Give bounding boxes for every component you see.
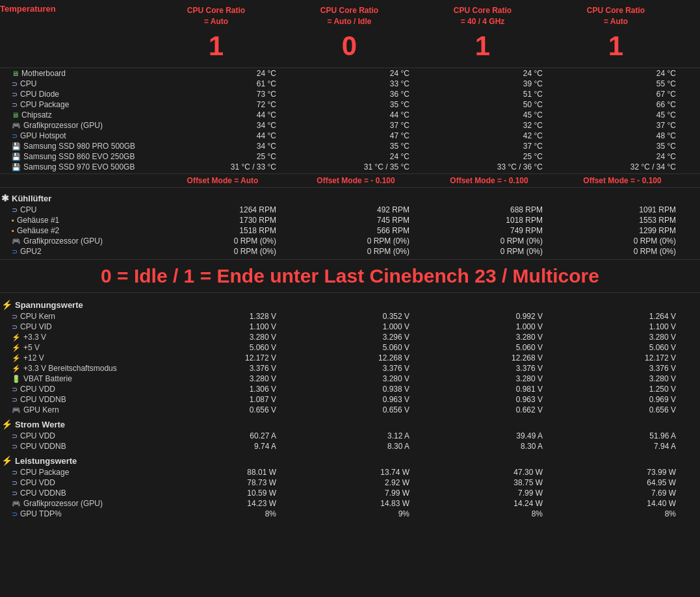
chipsatz-val4: 45 °C <box>556 110 689 120</box>
strom-cpuvddnb-val1: 9.74 A <box>156 442 289 451</box>
cpu-diode-icon: ⊃ <box>12 90 18 99</box>
ssd970-val3: 33 °C / 36 °C <box>422 162 556 171</box>
vbat-val3: 3.280 V <box>422 374 556 383</box>
ssd860-val1: 25 °C <box>156 152 289 161</box>
cpu-temp-val1: 61 °C <box>156 79 289 88</box>
cpu-vddnb-v-icon: ⊃ <box>12 396 18 404</box>
ssd860-val3: 25 °C <box>422 152 556 161</box>
strom-cpuvdd-icon: ⊃ <box>12 432 18 440</box>
gpu-tdp-val3: 8% <box>422 509 556 518</box>
ssd970-val2: 31 °C / 35 °C <box>289 162 422 171</box>
row-label-pwr-cpupkg: ⊃ CPU Package <box>0 468 156 477</box>
gpu-temp-val3: 32 °C <box>422 121 556 130</box>
offset-label-col <box>0 176 156 185</box>
pwr-cpuvdd-val3: 38.75 W <box>422 478 556 487</box>
cpu-vid-val4: 1.100 V <box>556 322 689 331</box>
gpu-hs-val2: 47 °C <box>289 131 422 140</box>
pwr-gpu-val3: 14.24 W <box>422 499 556 508</box>
pwr-cpupkg-val4: 73.99 W <box>556 468 689 477</box>
cpu-pkg-val3: 50 °C <box>422 100 556 109</box>
33v-val3: 3.280 V <box>422 333 556 342</box>
cpu-diode-val1: 73 °C <box>156 90 289 99</box>
fan-gh2-val4: 1299 RPM <box>556 226 689 235</box>
fan-gpu-val2: 0 RPM (0%) <box>289 236 422 246</box>
power-section: ⚡ Leistungswerte ⊃ CPU Package 88.01 W 1… <box>0 451 700 519</box>
gpu-kern-val2: 0.656 V <box>289 405 422 414</box>
12v-label: +12 V <box>23 353 44 362</box>
fan-gh1-val1: 1730 RPM <box>156 216 289 225</box>
12v-val3: 12.268 V <box>422 353 556 362</box>
cpu-vddnb-v-val3: 0.963 V <box>422 395 556 404</box>
chipsatz-icon: 🖥 <box>12 111 19 119</box>
row-label-cpu-package: ⊃ CPU Package <box>0 100 156 109</box>
chipsatz-val2: 44 °C <box>289 110 422 120</box>
pwr-gpu-icon: 🎮 <box>12 500 21 508</box>
row-label-fan-gpu: 🎮 Grafikprozessor (GPU) <box>0 236 156 246</box>
fan-gehaeuse1-icon: ▪ <box>12 216 14 224</box>
table-row: ⊃ GPU TDP% 8% 9% 8% 8% <box>0 509 700 519</box>
row-label-gpu-temp: 🎮 Grafikprozessor (GPU) <box>0 121 156 130</box>
table-row: ⊃ CPU VDD 60.27 A 3.12 A 39.49 A 51.96 A <box>0 431 700 441</box>
cpu-vid-val1: 1.100 V <box>156 322 289 331</box>
cpu-vdd-v-label: CPU VDD <box>20 385 55 394</box>
fan-cpu-val4: 1091 RPM <box>556 205 689 214</box>
col4-number: 1 <box>558 27 673 66</box>
fan-gpu2-val2: 0 RPM (0%) <box>289 247 422 256</box>
chipsatz-label: Chipsatz <box>21 110 52 120</box>
vbat-label: VBAT Batterie <box>23 374 72 383</box>
cpu-kern-val1: 1.328 V <box>156 312 289 321</box>
col-header-2: CPU Core Ratio= Auto / Idle 0 <box>289 4 422 66</box>
fan-cpu-icon: ⊃ <box>12 206 18 214</box>
gpu-temp-label: Grafikprozessor (GPU) <box>23 121 103 130</box>
table-row: ⊃ CPU 1264 RPM 492 RPM 688 RPM 1091 RPM <box>0 205 700 215</box>
mb-val4: 24 °C <box>556 69 689 78</box>
cpu-pkg-val1: 72 °C <box>156 100 289 109</box>
33vs-val4: 3.376 V <box>556 364 689 373</box>
5v-label: +5 V <box>23 343 40 352</box>
table-row: ⊃ CPU VDDNB 1.087 V 0.963 V 0.963 V 0.96… <box>0 394 700 405</box>
table-row: ⊃ GPU Hotspot 44 °C 47 °C 42 °C 48 °C <box>0 131 700 141</box>
table-row: 🖥 Chipsatz 44 °C 44 °C 45 °C 45 °C <box>0 110 700 120</box>
fan-cpu-val1: 1264 RPM <box>156 205 289 214</box>
ssd980-val3: 37 °C <box>422 142 556 151</box>
gpu-kern-val1: 0.656 V <box>156 405 289 414</box>
current-section-icon: ⚡ <box>1 419 12 429</box>
row-label-motherboard: 🖥 Motherboard <box>0 69 156 78</box>
row-label-cpu-vddnb: ⊃ CPU VDDNB <box>0 395 156 404</box>
col3-header-text: CPU Core Ratio= 40 / 4 GHz <box>454 6 512 26</box>
ssd970-icon: 💾 <box>12 163 21 171</box>
row-label-ssd860: 💾 Samsung SSD 860 EVO 250GB <box>0 152 156 161</box>
gpu-tdp-val4: 8% <box>556 509 689 518</box>
cpu-vid-val3: 1.000 V <box>422 322 556 331</box>
col2-header-text: CPU Core Ratio= Auto / Idle <box>320 6 378 26</box>
fan-section-icon: ✱ <box>1 193 9 203</box>
row-label-cpu-vid: ⊃ CPU VID <box>0 322 156 331</box>
voltage-section: ⚡ Spannungswerte ⊃ CPU Kern 1.328 V 0.35… <box>0 296 700 415</box>
row-label-33v-standby: ⚡ +3.3 V Bereitschaftsmodus <box>0 364 156 373</box>
cpu-kern-icon: ⊃ <box>12 312 18 321</box>
cpu-diode-val3: 51 °C <box>422 90 556 99</box>
table-row: 💾 Samsung SSD 970 EVO 500GB 31 °C / 33 °… <box>0 162 700 172</box>
row-label-fan-gehaeuse2: ▪ Gehäuse #2 <box>0 226 156 235</box>
table-row: 🎮 Grafikprozessor (GPU) 34 °C 37 °C 32 °… <box>0 120 700 131</box>
cpu-vddnb-v-val4: 0.969 V <box>556 395 689 404</box>
gpu-kern-val3: 0.662 V <box>422 405 556 414</box>
offset-val3: Offset Mode = - 0.100 <box>422 176 556 185</box>
5v-val3: 5.060 V <box>422 343 556 352</box>
fan-gh1-val2: 745 RPM <box>289 216 422 225</box>
col4-header-text: CPU Core Ratio= Auto <box>587 6 645 26</box>
fan-section: ✱ Kühllüfter ⊃ CPU 1264 RPM 492 RPM 688 … <box>0 189 700 257</box>
row-label-gpu-hotspot: ⊃ GPU Hotspot <box>0 131 156 140</box>
strom-cpuvddnb-val4: 7.94 A <box>556 442 689 451</box>
pwr-cpuvddnb-val1: 10.59 W <box>156 489 289 498</box>
row-label-strom-cpuvdd: ⊃ CPU VDD <box>0 431 156 440</box>
table-row: ⊃ CPU Diode 73 °C 36 °C 51 °C 67 °C <box>0 89 700 99</box>
gpu-hotspot-icon: ⊃ <box>12 132 18 140</box>
power-section-icon: ⚡ <box>1 455 12 466</box>
ssd980-label: Samsung SSD 980 PRO 500GB <box>23 142 135 151</box>
pwr-cpuvddnb-icon: ⊃ <box>12 489 18 498</box>
gpu-kern-val4: 0.656 V <box>556 405 689 414</box>
fan-gpu2-val1: 0 RPM (0%) <box>156 247 289 256</box>
12v-icon: ⚡ <box>12 354 21 362</box>
33vs-val3: 3.376 V <box>422 364 556 373</box>
